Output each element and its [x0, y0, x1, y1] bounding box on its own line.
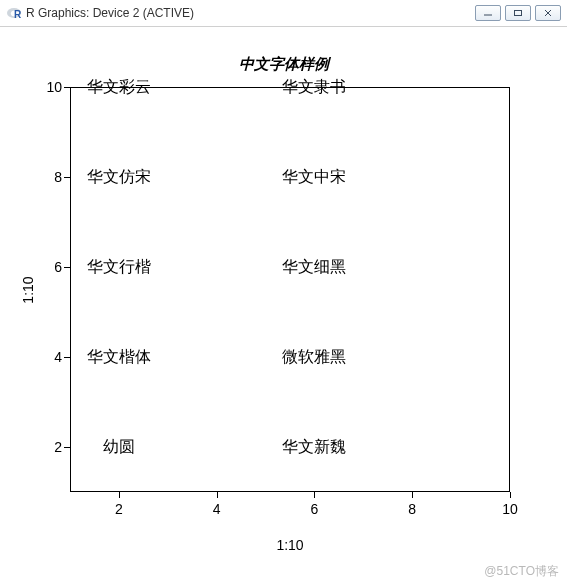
titlebar: R R Graphics: Device 2 (ACTIVE): [0, 0, 567, 27]
minimize-button[interactable]: [475, 5, 501, 21]
x-tick-label: 6: [311, 501, 319, 517]
y-tick: [64, 357, 70, 358]
font-sample-label: 华文楷体: [87, 347, 151, 368]
x-tick: [217, 492, 218, 498]
svg-rect-4: [515, 11, 522, 16]
font-sample-label: 华文新魏: [282, 437, 346, 458]
chart-title: 中文字体样例: [0, 55, 567, 74]
x-tick: [510, 492, 511, 498]
font-sample-label: 华文细黑: [282, 257, 346, 278]
window-buttons: [475, 5, 561, 21]
plot-frame: [70, 87, 510, 492]
font-sample-label: 华文仿宋: [87, 167, 151, 188]
watermark: @51CTO博客: [484, 563, 559, 580]
y-tick: [64, 267, 70, 268]
x-tick-label: 4: [213, 501, 221, 517]
font-sample-label: 微软雅黑: [282, 347, 346, 368]
y-tick-label: 2: [40, 439, 62, 455]
svg-text:R: R: [14, 9, 22, 20]
x-tick-label: 10: [502, 501, 518, 517]
plot-area: 中文字体样例 1:10 1:10 246810246810 华文彩云华文仿宋华文…: [0, 27, 567, 585]
font-sample-label: 幼圆: [103, 437, 135, 458]
window-title: R Graphics: Device 2 (ACTIVE): [26, 0, 475, 26]
font-sample-label: 华文行楷: [87, 257, 151, 278]
y-tick-label: 10: [40, 79, 62, 95]
x-tick: [119, 492, 120, 498]
x-tick-label: 8: [408, 501, 416, 517]
font-sample-label: 华文隶书: [282, 77, 346, 98]
font-sample-label: 华文中宋: [282, 167, 346, 188]
y-tick: [64, 177, 70, 178]
x-axis-label: 1:10: [70, 537, 510, 553]
x-tick-label: 2: [115, 501, 123, 517]
y-tick-label: 6: [40, 259, 62, 275]
x-tick: [314, 492, 315, 498]
y-tick-label: 8: [40, 169, 62, 185]
maximize-button[interactable]: [505, 5, 531, 21]
close-button[interactable]: [535, 5, 561, 21]
y-tick: [64, 447, 70, 448]
font-sample-label: 华文彩云: [87, 77, 151, 98]
y-tick-label: 4: [40, 349, 62, 365]
graphics-device-window: R R Graphics: Device 2 (ACTIVE) 中文字体样例 1…: [0, 0, 567, 585]
y-tick: [64, 87, 70, 88]
r-logo-icon: R: [6, 5, 22, 21]
y-axis-label: 1:10: [14, 87, 41, 492]
x-tick: [412, 492, 413, 498]
